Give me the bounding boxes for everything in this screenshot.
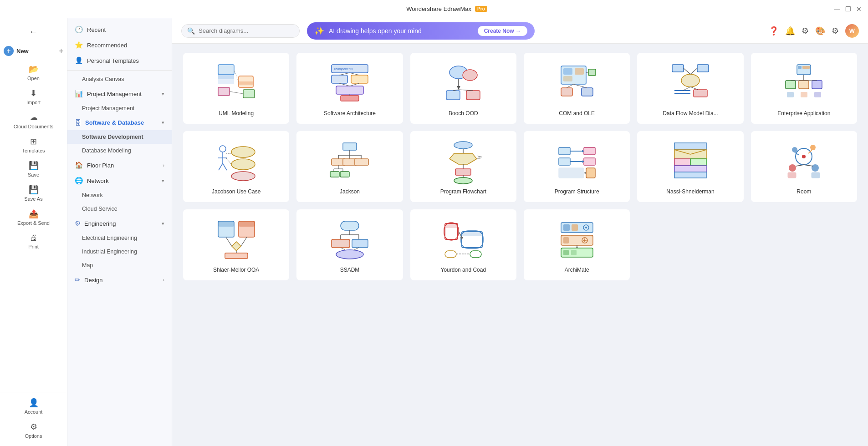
svg-rect-170 xyxy=(563,250,569,255)
svg-rect-1 xyxy=(218,75,234,79)
template-card-program-flow[interactable]: Yes Program Flowchart xyxy=(410,131,516,202)
template-card-booch[interactable]: Booch OOD xyxy=(410,53,516,124)
svg-line-17 xyxy=(350,83,359,86)
sidebar-group-software-database[interactable]: 🗄 Software & Database ▾ xyxy=(67,115,172,130)
sidebar-group-floor-plan[interactable]: 🏠 Floor Plan › xyxy=(67,157,172,173)
template-label-sw-arch: Software Architecture xyxy=(324,110,376,117)
analysis-canvas-label: Analysis Canvas xyxy=(82,76,124,82)
template-card-room[interactable]: Room xyxy=(751,131,857,202)
pro-badge: Pro xyxy=(475,6,487,12)
open-btn[interactable]: 📂 Open xyxy=(0,61,67,85)
template-img-enterprise xyxy=(758,60,850,106)
sidebar-item-software-development[interactable]: Software Development xyxy=(67,130,172,144)
ai-banner[interactable]: ✨ AI drawing helps open your mind Create… xyxy=(307,22,535,40)
account-btn[interactable]: 👤 Account xyxy=(0,394,67,418)
svg-point-68 xyxy=(231,172,255,181)
sidebar-item-cloud-service[interactable]: Cloud Service xyxy=(67,202,172,216)
svg-rect-99 xyxy=(559,158,570,165)
template-card-enterprise[interactable]: Enterprise Application xyxy=(751,53,857,124)
new-chevron-icon: + xyxy=(59,47,63,55)
svg-rect-34 xyxy=(561,88,572,96)
svg-rect-161 xyxy=(572,224,578,231)
sidebar-item-personal-templates[interactable]: 👤 Personal Templates xyxy=(67,53,172,68)
template-card-data-flow[interactable]: Data Flow Model Dia... xyxy=(637,53,743,124)
template-card-nassi[interactable]: Nassi-Shneiderman xyxy=(637,131,743,202)
print-btn[interactable]: 🖨 Print xyxy=(0,229,67,253)
new-btn[interactable]: + New + xyxy=(0,41,67,61)
sidebar-item-project-management[interactable]: Project Management xyxy=(67,101,172,115)
sidebar-item-database-modeling[interactable]: Database Modeling xyxy=(67,144,172,157)
template-label-yourdon: Yourdon and Coad xyxy=(440,267,486,273)
template-card-archimate[interactable]: ArchiMate xyxy=(524,209,630,280)
sidebar-group-network[interactable]: 🌐 Network ▾ xyxy=(67,173,172,188)
back-btn[interactable]: ← xyxy=(0,22,67,41)
template-img-jacobson xyxy=(190,138,282,184)
template-card-uml[interactable]: UML Modeling xyxy=(183,53,289,124)
svg-point-143 xyxy=(336,250,363,259)
svg-point-40 xyxy=(681,74,700,87)
template-card-shlaer[interactable]: Shlaer-Mellor OOA xyxy=(183,209,289,280)
svg-point-118 xyxy=(812,164,819,172)
svg-point-116 xyxy=(802,155,806,158)
help-icon[interactable]: ❓ xyxy=(769,26,779,36)
avatar[interactable]: W xyxy=(845,24,859,38)
templates-btn[interactable]: ⊞ Templates xyxy=(0,133,67,157)
sidebar-item-electrical-engineering[interactable]: Electrical Engineering xyxy=(67,231,172,245)
options-btn[interactable]: ⚙ Options xyxy=(0,418,67,442)
template-card-yourdon[interactable]: Yourdon and Coad xyxy=(410,209,516,280)
restore-btn[interactable]: ❐ xyxy=(844,5,852,13)
svg-rect-100 xyxy=(584,158,595,165)
svg-rect-29 xyxy=(563,68,572,75)
svg-line-27 xyxy=(459,90,473,91)
sidebar-group-design[interactable]: ✏ Design › xyxy=(67,272,172,288)
svg-point-163 xyxy=(585,227,587,228)
settings-icon[interactable]: ⚙ xyxy=(832,26,839,36)
close-btn[interactable]: ✕ xyxy=(855,5,863,13)
sidebar-group-engineering[interactable]: ⚙ Engineering ▾ xyxy=(67,216,172,231)
minimize-btn[interactable]: — xyxy=(833,5,841,13)
template-card-jackson[interactable]: Jackson xyxy=(296,131,403,202)
template-card-com-ole[interactable]: COM and OLE xyxy=(524,53,630,124)
svg-rect-125 xyxy=(788,172,796,178)
template-card-sw-arch[interactable]: «component» Soft xyxy=(296,53,403,124)
template-card-jacobson[interactable]: Jacobson Use Case xyxy=(183,131,289,202)
apps-icon[interactable]: ⚙ xyxy=(802,26,809,36)
save-btn[interactable]: 💾 Save xyxy=(0,157,67,181)
save-as-btn[interactable]: 💾 Save As xyxy=(0,181,67,205)
sidebar-item-map[interactable]: Map xyxy=(67,258,172,272)
search-box[interactable]: 🔍 xyxy=(181,24,300,38)
ai-create-now-btn[interactable]: Create Now → xyxy=(478,26,527,36)
sidebar-item-network[interactable]: Network xyxy=(67,188,172,202)
svg-rect-171 xyxy=(571,250,577,255)
cloud-label: Cloud Documents xyxy=(14,124,53,129)
svg-rect-46 xyxy=(694,90,707,97)
sidebar-item-recent[interactable]: 🕐 Recent xyxy=(67,22,172,37)
template-img-yourdon xyxy=(418,217,509,262)
search-input[interactable] xyxy=(199,27,290,34)
svg-rect-104 xyxy=(586,168,595,178)
svg-rect-90 xyxy=(455,169,471,175)
template-img-data-flow xyxy=(644,60,736,106)
sidebar-item-recommended[interactable]: ⭐ Recommended xyxy=(67,37,172,53)
network-label: Network xyxy=(82,192,103,198)
template-card-program-struct[interactable]: Program Structure xyxy=(524,131,630,202)
svg-text:«component»: «component» xyxy=(334,67,353,71)
import-btn[interactable]: ⬇ Import xyxy=(0,85,67,109)
sidebar-item-industrial-engineering[interactable]: Industrial Engineering xyxy=(67,245,172,258)
notification-icon[interactable]: 🔔 xyxy=(785,26,795,36)
template-card-ssadm[interactable]: SSADM xyxy=(296,209,403,280)
sidebar-item-analysis-canvas[interactable]: Analysis Canvas xyxy=(67,72,172,86)
save-as-icon: 💾 xyxy=(29,185,39,195)
cloud-documents-btn[interactable]: ☁ Cloud Documents xyxy=(0,109,67,133)
svg-rect-39 xyxy=(697,65,709,72)
svg-rect-13 xyxy=(336,86,363,94)
sidebar-group-project-management[interactable]: 📊 Project Management ▾ xyxy=(67,86,172,101)
svg-line-41 xyxy=(684,68,690,74)
industrial-engineering-label: Industrial Engineering xyxy=(82,248,137,255)
export-btn[interactable]: 📤 Export & Send xyxy=(0,205,67,229)
import-icon: ⬇ xyxy=(30,88,37,98)
svg-rect-11 xyxy=(332,75,347,83)
ai-icon: ✨ xyxy=(314,26,324,36)
svg-point-66 xyxy=(231,147,255,157)
theme-icon[interactable]: 🎨 xyxy=(815,26,825,36)
